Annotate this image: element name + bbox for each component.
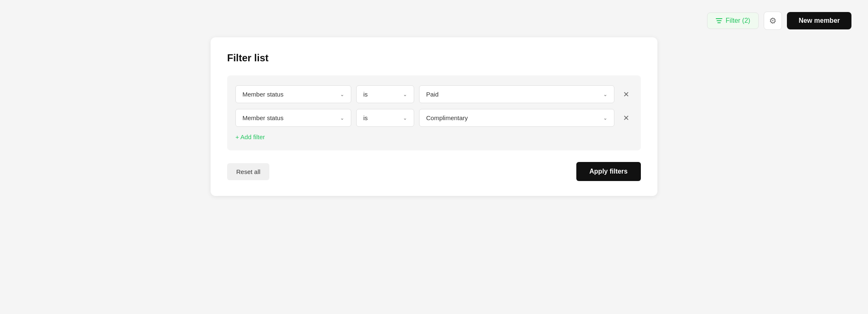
operator-select-1-value: is bbox=[363, 91, 368, 98]
filter-panel: Filter list Member status ⌄ is ⌄ Paid ⌄ … bbox=[211, 37, 657, 196]
filter-row: Member status ⌄ is ⌄ Paid ⌄ ✕ bbox=[235, 85, 633, 103]
field-select-1[interactable]: Member status ⌄ bbox=[235, 85, 351, 103]
field-select-1-value: Member status bbox=[242, 91, 283, 98]
add-filter-label: + Add filter bbox=[235, 133, 265, 140]
filter-button[interactable]: Filter (2) bbox=[707, 12, 759, 29]
gear-icon: ⚙ bbox=[769, 16, 777, 26]
new-member-button[interactable]: New member bbox=[787, 12, 851, 29]
top-bar: Filter (2) ⚙ New member bbox=[691, 0, 868, 41]
chevron-down-icon: ⌄ bbox=[603, 92, 607, 97]
chevron-down-icon: ⌄ bbox=[340, 92, 344, 97]
filter-row: Member status ⌄ is ⌄ Complimentary ⌄ ✕ bbox=[235, 109, 633, 127]
operator-select-1[interactable]: is ⌄ bbox=[356, 85, 414, 103]
panel-footer: Reset all Apply filters bbox=[227, 162, 641, 181]
field-select-2-value: Member status bbox=[242, 114, 283, 121]
main-content: Filter list Member status ⌄ is ⌄ Paid ⌄ … bbox=[211, 37, 657, 196]
chevron-down-icon: ⌄ bbox=[603, 115, 607, 121]
new-member-label: New member bbox=[798, 17, 840, 24]
operator-select-2-value: is bbox=[363, 114, 368, 121]
apply-filters-button[interactable]: Apply filters bbox=[576, 162, 641, 181]
reset-label: Reset all bbox=[236, 168, 260, 175]
panel-title: Filter list bbox=[227, 52, 641, 64]
chevron-down-icon: ⌄ bbox=[403, 115, 407, 121]
filter-label: Filter (2) bbox=[726, 17, 751, 24]
gear-button[interactable]: ⚙ bbox=[764, 12, 782, 30]
reset-button[interactable]: Reset all bbox=[227, 163, 269, 180]
value-select-2-value: Complimentary bbox=[426, 114, 468, 121]
field-select-2[interactable]: Member status ⌄ bbox=[235, 109, 351, 127]
filter-icon bbox=[716, 18, 722, 23]
value-select-1[interactable]: Paid ⌄ bbox=[419, 85, 614, 103]
remove-filter-2-button[interactable]: ✕ bbox=[619, 111, 633, 125]
value-select-2[interactable]: Complimentary ⌄ bbox=[419, 109, 614, 127]
add-filter-button[interactable]: + Add filter bbox=[235, 133, 265, 140]
chevron-down-icon: ⌄ bbox=[403, 92, 407, 97]
remove-filter-1-button[interactable]: ✕ bbox=[619, 88, 633, 101]
value-select-1-value: Paid bbox=[426, 91, 439, 98]
apply-label: Apply filters bbox=[590, 168, 628, 175]
chevron-down-icon: ⌄ bbox=[340, 115, 344, 121]
operator-select-2[interactable]: is ⌄ bbox=[356, 109, 414, 127]
filters-area: Member status ⌄ is ⌄ Paid ⌄ ✕ Member sta… bbox=[227, 75, 641, 150]
